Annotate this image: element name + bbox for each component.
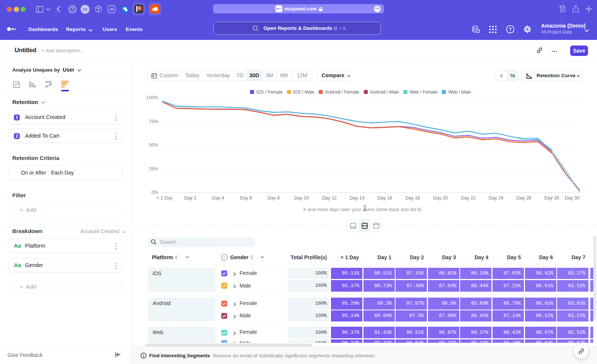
- svg-text:N: N: [561, 7, 564, 12]
- svg-text:?: ?: [509, 27, 512, 32]
- svg-text:JS: JS: [109, 7, 114, 12]
